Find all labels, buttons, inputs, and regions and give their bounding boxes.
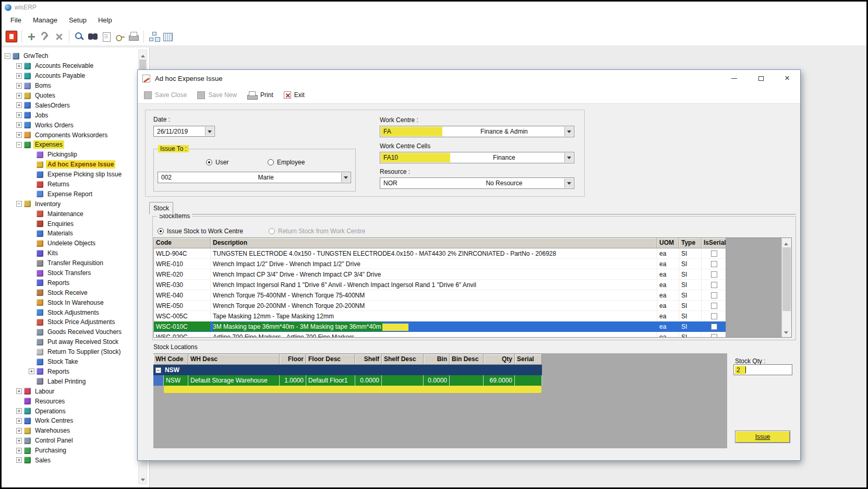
column-header-uom[interactable]: UOM bbox=[657, 238, 679, 248]
tree-item-pickingslip[interactable]: Pickingslip bbox=[2, 150, 149, 160]
stock-item-row-wsc-020c[interactable]: WSC-020CArtline 700 Fine Markers - Artli… bbox=[154, 332, 727, 338]
row-selector[interactable] bbox=[153, 375, 164, 386]
column-header-type[interactable]: Type bbox=[679, 238, 702, 248]
tree-item-reports[interactable]: +Reports bbox=[2, 367, 149, 377]
expand-icon[interactable]: + bbox=[16, 93, 22, 99]
tree-item-accounts-receivable[interactable]: +Accounts Receivable bbox=[2, 61, 149, 71]
dropdown-arrow-icon[interactable] bbox=[564, 153, 573, 162]
isserial-checkbox[interactable] bbox=[711, 303, 717, 309]
column-header-shelf[interactable]: Shelf bbox=[355, 354, 382, 365]
tree-item-put-away-received-stock[interactable]: Put away Received Stock bbox=[2, 337, 149, 347]
scroll-up-icon[interactable] bbox=[782, 238, 791, 247]
menu-file[interactable]: File bbox=[5, 15, 27, 26]
expand-icon[interactable]: + bbox=[16, 63, 22, 69]
scroll-thumb[interactable] bbox=[782, 247, 791, 311]
tools-icon[interactable] bbox=[40, 31, 51, 42]
work-centre-cells-combo[interactable]: FA10 Finance bbox=[380, 152, 574, 163]
tree-item-accounts-payable[interactable]: +Accounts Payable bbox=[2, 71, 149, 81]
document-icon[interactable] bbox=[101, 31, 112, 42]
user-radio[interactable] bbox=[206, 159, 212, 165]
tree-item-reports[interactable]: Reports bbox=[2, 278, 149, 288]
column-header-qty[interactable]: Qty bbox=[484, 354, 515, 365]
menu-setup[interactable]: Setup bbox=[63, 15, 92, 26]
column-header-description[interactable]: Description bbox=[211, 238, 657, 248]
expand-icon[interactable]: + bbox=[16, 132, 22, 138]
issue-stock-radio-label[interactable]: Issue Stock to Work Centre bbox=[167, 228, 243, 235]
stock-item-row-wre-040[interactable]: WRE-040Wrench Torque 75-400NM - Wrench T… bbox=[154, 290, 727, 301]
collapse-icon[interactable]: − bbox=[5, 53, 10, 59]
stock-item-row-wre-020[interactable]: WRE-020Wrench Impact CP 3/4" Drive - Wre… bbox=[154, 269, 727, 280]
column-header-bin-desc[interactable]: Bin Desc bbox=[450, 354, 484, 365]
close-button[interactable]: × bbox=[775, 70, 799, 87]
collapse-icon[interactable]: − bbox=[155, 367, 161, 373]
orgchart-icon[interactable] bbox=[148, 31, 160, 42]
dropdown-arrow-icon[interactable] bbox=[205, 127, 214, 136]
tab-stock[interactable]: Stock bbox=[149, 202, 173, 214]
warehouse-group-row[interactable]: − NSW bbox=[153, 365, 542, 375]
tree-item-returns[interactable]: Returns bbox=[2, 180, 149, 189]
stock-item-row-wre-050[interactable]: WRE-050Wrench Torque 20-200NM - Wrench T… bbox=[154, 301, 727, 311]
dropdown-arrow-icon[interactable] bbox=[564, 178, 573, 188]
save-close-button[interactable]: Save Close bbox=[144, 91, 187, 99]
tree-item-quotes[interactable]: +Quotes bbox=[2, 91, 149, 101]
tree-item-salesorders[interactable]: +SalesOrders bbox=[2, 100, 149, 110]
stock-item-row-wld-904c[interactable]: WLD-904CTUNGSTEN ELECTRODE 4.0x150 - TUN… bbox=[154, 248, 727, 259]
collapse-icon[interactable]: − bbox=[16, 142, 22, 148]
tree-item-stock-take[interactable]: Stock Take bbox=[2, 357, 149, 367]
tree-item-works-orders[interactable]: +Works Orders bbox=[2, 120, 149, 130]
key-icon[interactable] bbox=[114, 31, 126, 42]
tree-item-enquiries[interactable]: Enquiries bbox=[2, 219, 149, 229]
tree-item-work-centres[interactable]: +Work Centres bbox=[2, 416, 149, 426]
exit-button[interactable]: Exit bbox=[284, 91, 305, 99]
tree-item-undelete-objects[interactable]: Undelete Objects bbox=[2, 238, 149, 248]
resource-combo[interactable]: NOR No Resource bbox=[380, 177, 574, 189]
grid-scrollbar[interactable] bbox=[781, 238, 791, 337]
expand-icon[interactable]: + bbox=[16, 438, 22, 444]
tree-item-resources[interactable]: Resources bbox=[2, 396, 149, 406]
issue-button[interactable]: Issue bbox=[735, 431, 790, 443]
tree-item-expense-picking-slip-issue[interactable]: Expense Picking slip Issue bbox=[2, 170, 149, 180]
expand-icon[interactable]: + bbox=[16, 388, 22, 394]
tree-item-stock-receive[interactable]: Stock Receive bbox=[2, 288, 149, 297]
expand-icon[interactable]: + bbox=[16, 448, 22, 454]
column-header-wh-desc[interactable]: WH Desc bbox=[188, 354, 280, 365]
tree-item-label-printing[interactable]: Label Printing bbox=[2, 376, 149, 386]
date-picker[interactable]: 26/11/2019 bbox=[153, 126, 215, 137]
tree-root-grwtech[interactable]: − GrwTech bbox=[2, 51, 149, 61]
column-header-code[interactable]: Code bbox=[154, 238, 211, 248]
isserial-checkbox[interactable] bbox=[711, 334, 717, 338]
scroll-down-icon[interactable] bbox=[782, 328, 791, 337]
issue-to-combo[interactable]: 002 Marie bbox=[158, 172, 351, 183]
stock-item-row-wsc-005c[interactable]: WSC-005CTape Masking 12mm - Tape Masking… bbox=[154, 311, 727, 321]
add-icon[interactable] bbox=[26, 31, 38, 42]
menu-help[interactable]: Help bbox=[92, 15, 118, 26]
expand-icon[interactable]: + bbox=[16, 122, 22, 128]
tree-item-stock-price-adjustments[interactable]: Stock Price Adjustments bbox=[2, 317, 149, 327]
search-icon[interactable] bbox=[74, 31, 85, 42]
tree-item-labour[interactable]: +Labour bbox=[2, 386, 149, 396]
tree-item-maintenance[interactable]: Maintenance bbox=[2, 209, 149, 219]
stock-item-row-wre-010[interactable]: WRE-010Wrench Impact 1/2" Drive - Wrench… bbox=[154, 259, 727, 269]
tree-item-expense-report[interactable]: Expense Report bbox=[2, 189, 149, 199]
tree-item-expenses[interactable]: −Expenses bbox=[2, 140, 149, 150]
column-header-bin[interactable]: Bin bbox=[424, 354, 450, 365]
dialog-titlebar[interactable]: Ad hoc Expense Issue × bbox=[138, 70, 800, 87]
work-centre-combo[interactable]: FA Finance & Admin bbox=[380, 126, 574, 137]
column-header-wh-code[interactable]: WH Code bbox=[153, 354, 188, 365]
dropdown-arrow-icon[interactable] bbox=[564, 127, 573, 136]
tree-item-sales[interactable]: +Sales bbox=[2, 456, 149, 466]
collapse-icon[interactable]: − bbox=[16, 201, 22, 207]
delete-icon[interactable] bbox=[53, 31, 65, 42]
maximize-button[interactable] bbox=[749, 70, 773, 87]
menu-manage[interactable]: Manage bbox=[27, 15, 63, 26]
employee-radio[interactable] bbox=[268, 159, 274, 165]
tree-item-goods-received-vouchers[interactable]: Goods Received Vouchers bbox=[2, 327, 149, 337]
expand-icon[interactable]: + bbox=[16, 112, 22, 118]
printer-icon[interactable] bbox=[128, 31, 139, 42]
isserial-checkbox[interactable] bbox=[711, 271, 717, 278]
tree-item-stock-adjustments[interactable]: Stock Adjustments bbox=[2, 307, 149, 317]
tree-item-inventory[interactable]: −Inventory bbox=[2, 199, 149, 209]
tree-item-control-panel[interactable]: +Control Panel bbox=[2, 436, 149, 446]
isserial-checkbox[interactable] bbox=[711, 251, 717, 257]
minimize-button[interactable] bbox=[722, 70, 746, 87]
